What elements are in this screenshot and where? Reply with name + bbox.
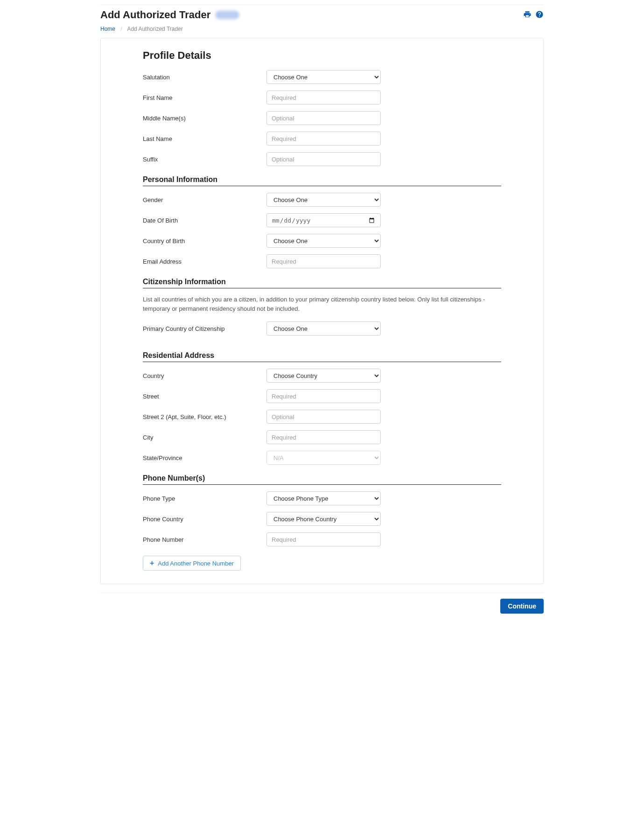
input-first-name[interactable] — [266, 91, 381, 105]
label-city: City — [143, 430, 266, 441]
select-country[interactable]: Choose Country — [266, 369, 381, 383]
select-country-birth[interactable]: Choose One — [266, 234, 381, 248]
label-suffix: Suffix — [143, 152, 266, 163]
input-phone-number[interactable] — [266, 532, 381, 546]
label-first-name: First Name — [143, 91, 266, 101]
section-profile-title: Profile Details — [143, 49, 501, 62]
print-icon[interactable] — [523, 10, 532, 20]
label-last-name: Last Name — [143, 132, 266, 142]
select-state[interactable]: N/A — [266, 451, 381, 465]
label-phone-country: Phone Country — [143, 512, 266, 523]
label-street: Street — [143, 389, 266, 400]
section-personal-title: Personal Information — [143, 175, 501, 186]
label-gender: Gender — [143, 193, 266, 203]
select-primary-citizenship[interactable]: Choose One — [266, 322, 381, 336]
continue-button[interactable]: Continue — [500, 599, 544, 614]
section-phone-title: Phone Number(s) — [143, 474, 501, 485]
breadcrumb-home[interactable]: Home — [100, 26, 115, 32]
label-phone-number: Phone Number — [143, 532, 266, 543]
label-country-birth: Country of Birth — [143, 234, 266, 245]
help-icon[interactable] — [535, 10, 544, 20]
select-salutation[interactable]: Choose One — [266, 70, 381, 84]
section-address-title: Residential Address — [143, 351, 501, 362]
input-last-name[interactable] — [266, 132, 381, 146]
input-middle-name[interactable] — [266, 111, 381, 125]
add-phone-button[interactable]: + Add Another Phone Number — [143, 556, 241, 571]
label-phone-type: Phone Type — [143, 491, 266, 502]
label-email: Email Address — [143, 254, 266, 265]
input-suffix[interactable] — [266, 152, 381, 166]
redacted-chip — [215, 11, 239, 19]
label-dob: Date Of Birth — [143, 213, 266, 224]
input-dob[interactable] — [266, 213, 381, 227]
add-phone-label: Add Another Phone Number — [158, 560, 234, 567]
input-email[interactable] — [266, 254, 381, 268]
input-city[interactable] — [266, 430, 381, 444]
section-citizenship-title: Citizenship Information — [143, 278, 501, 288]
select-gender[interactable]: Choose One — [266, 193, 381, 207]
breadcrumb: Home / Add Authorized Trader — [100, 24, 544, 38]
label-country: Country — [143, 369, 266, 379]
select-phone-type[interactable]: Choose Phone Type — [266, 491, 381, 505]
label-state: State/Province — [143, 451, 266, 461]
plus-icon: + — [150, 559, 154, 567]
label-street2: Street 2 (Apt, Suite, Floor, etc.) — [143, 410, 266, 420]
page-title: Add Authorized Trader — [100, 9, 210, 21]
citizenship-note: List all countries of which you are a ci… — [143, 295, 501, 313]
label-middle-name: Middle Name(s) — [143, 111, 266, 122]
label-salutation: Salutation — [143, 70, 266, 81]
breadcrumb-current: Add Authorized Trader — [127, 26, 182, 32]
input-street2[interactable] — [266, 410, 381, 424]
label-primary-citizenship: Primary Country of Citizenship — [143, 322, 266, 332]
select-phone-country[interactable]: Choose Phone Country — [266, 512, 381, 526]
input-street[interactable] — [266, 389, 381, 403]
